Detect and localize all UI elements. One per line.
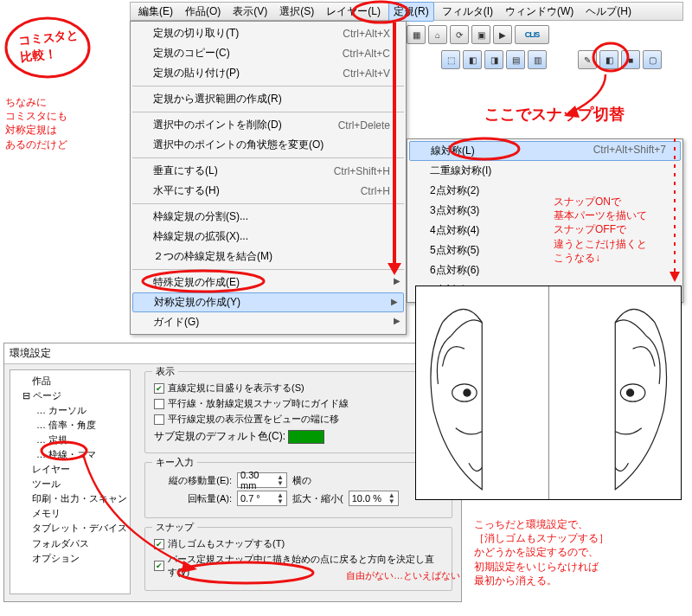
menu-item[interactable]: 水平にする(H)Ctrl+H bbox=[131, 181, 406, 201]
menu-item[interactable]: 選択中のポイントを削除(D)Ctrl+Delete bbox=[131, 115, 406, 135]
note-bottom-right: こっちだと環境設定で、 ［消しゴムもスナップする］ かどうかを設定するので、 初… bbox=[474, 517, 609, 587]
legend-snap: スナップ bbox=[152, 521, 197, 534]
menu-item[interactable]: 選択中のポイントの角状態を変更(O) bbox=[131, 135, 406, 155]
menu-item[interactable]: 定規のコピー(C)Ctrl+Alt+C bbox=[131, 43, 406, 63]
menu-item[interactable]: 定規の貼り付け(P)Ctrl+Alt+V bbox=[131, 63, 406, 83]
menu-view[interactable]: 表示(V) bbox=[228, 3, 272, 21]
menu-item[interactable]: ２つの枠線定規を結合(M) bbox=[131, 247, 406, 266]
input-scale[interactable]: 10.0 %▲▼ bbox=[349, 491, 399, 506]
tree-node[interactable]: レイヤー bbox=[12, 462, 128, 477]
lbl-scale: 拡大・縮小( bbox=[292, 492, 343, 505]
tree-node[interactable]: … 倍率・角度 bbox=[12, 418, 128, 433]
tree-node[interactable]: … 枠線・コマ bbox=[12, 447, 128, 462]
tree-node[interactable]: ツール bbox=[12, 477, 128, 491]
menu-item[interactable]: 定規の切り取り(T)Ctrl+Alt+X bbox=[131, 23, 406, 43]
tool-icon[interactable]: ⌂ bbox=[428, 25, 447, 44]
tool-icon[interactable]: ▤ bbox=[506, 50, 525, 69]
menu-item[interactable]: 特殊定規の作成(E)▶ bbox=[131, 273, 406, 292]
tree-node[interactable]: ⊟ ページ bbox=[12, 388, 128, 403]
tool-icon[interactable]: ▣ bbox=[471, 25, 490, 44]
submenu-item[interactable]: 二重線対称(I) bbox=[407, 161, 682, 181]
tool-icon[interactable]: ▶ bbox=[493, 25, 512, 44]
note-snap-toggle: ここでスナップ切替 bbox=[484, 104, 625, 125]
tree-node[interactable]: タブレット・デバイス bbox=[12, 521, 128, 536]
group-key: キー入力 縦の移動量(E): 0.30 mm▲▼ 横の 回転量(A): 0.7 … bbox=[144, 462, 452, 518]
tool-icon[interactable]: ▢ bbox=[643, 50, 662, 69]
preferences-dialog: 環境設定 作品⊟ ページ… カーソル… 倍率・角度… 定規… 枠線・コマ レイヤ… bbox=[3, 343, 462, 602]
tool-icon[interactable]: ⟳ bbox=[450, 25, 469, 44]
note-freedom: 自由がない…といえばない bbox=[346, 569, 460, 582]
lbl-move-v: 縦の移動量(E): bbox=[154, 474, 232, 487]
tool-icon[interactable]: ⬚ bbox=[441, 50, 460, 69]
menu-work[interactable]: 作品(O) bbox=[181, 3, 225, 21]
note-bubble: コミスタと 比較！ bbox=[17, 26, 81, 65]
group-display: 表示 ✔直線定規に目盛りを表示する(S) 平行線・放射線定規スナップ時にガイド線… bbox=[144, 371, 452, 453]
menu-item[interactable]: ガイド(G)▶ bbox=[131, 312, 406, 332]
menu-filter[interactable]: フィルタ(I) bbox=[438, 3, 497, 21]
menu-edit[interactable]: 編集(E) bbox=[134, 3, 177, 21]
legend-key: キー入力 bbox=[152, 456, 197, 469]
lbl-move-h: 横の bbox=[292, 474, 311, 487]
lbl-rotate: 回転量(A): bbox=[154, 492, 232, 505]
symmetry-illustration bbox=[415, 286, 682, 500]
tool-clis[interactable]: CLIS bbox=[515, 25, 549, 44]
menu-item[interactable]: 垂直にする(L)Ctrl+Shift+H bbox=[131, 161, 406, 181]
menu-window[interactable]: ウィンドウ(W) bbox=[501, 3, 578, 21]
legend-display: 表示 bbox=[152, 365, 178, 378]
note-right: スナップONで 基本パーツを描いて スナップOFFで 違うとこだけ描くと こうな… bbox=[554, 195, 647, 265]
menu-help[interactable]: ヘルプ(H) bbox=[581, 3, 636, 21]
sub-color-label: サブ定規のデフォルト色(C): bbox=[154, 430, 285, 442]
tree-node[interactable]: … 定規 bbox=[12, 433, 128, 447]
tool-icon[interactable]: ▥ bbox=[528, 50, 547, 69]
tree-node[interactable]: 作品 bbox=[12, 374, 128, 388]
submenu-item[interactable]: 線対称(L)Ctrl+Alt+Shift+7 bbox=[409, 141, 681, 161]
chk-eraser-snap[interactable]: ✔消しゴムもスナップする(T) bbox=[154, 537, 443, 550]
tool-icon[interactable]: ◧ bbox=[599, 50, 618, 69]
menu-layer[interactable]: レイヤー(L) bbox=[322, 3, 385, 21]
menu-item[interactable]: 枠線定規の拡張(X)... bbox=[131, 227, 406, 247]
menu-item[interactable]: 対称定規の作成(Y)▶ bbox=[132, 292, 404, 312]
menu-select[interactable]: 選択(S) bbox=[275, 3, 318, 21]
menubar: 編集(E) 作品(O) 表示(V) 選択(S) レイヤー(L) 定規(R) フィ… bbox=[130, 2, 683, 21]
ruler-menu-dropdown: 定規の切り取り(T)Ctrl+Alt+X定規のコピー(C)Ctrl+Alt+C定… bbox=[130, 21, 407, 335]
tree-node[interactable]: 印刷・出力・スキャン bbox=[12, 491, 128, 506]
chk-edge-pos[interactable]: 平行線定規の表示位置をビューの端に移 bbox=[154, 413, 443, 426]
menu-ruler[interactable]: 定規(R) bbox=[388, 2, 434, 22]
toolbar-second: ⬚ ◧ ◨ ▤ ▥ ✎ ◧ ■ ▢ bbox=[441, 48, 683, 72]
tool-icon[interactable]: ◨ bbox=[484, 50, 503, 69]
tool-icon[interactable]: ■ bbox=[621, 50, 640, 69]
tree-node[interactable]: メモリ bbox=[12, 506, 128, 521]
input-rotate[interactable]: 0.7 °▲▼ bbox=[237, 491, 287, 506]
chk-show-scale[interactable]: ✔直線定規に目盛りを表示する(S) bbox=[154, 382, 443, 395]
note-left: ちなみに コミスタにも 対称定規は あるのだけど bbox=[5, 95, 67, 151]
tool-icon[interactable]: ◧ bbox=[463, 50, 482, 69]
prefs-tree[interactable]: 作品⊟ ページ… カーソル… 倍率・角度… 定規… 枠線・コマ レイヤー ツール… bbox=[10, 369, 131, 594]
menu-item[interactable]: 定規から選択範囲の作成(R) bbox=[131, 89, 406, 109]
svg-point-1 bbox=[464, 389, 471, 396]
input-move-v[interactable]: 0.30 mm▲▼ bbox=[237, 472, 287, 488]
svg-point-3 bbox=[626, 389, 633, 396]
chk-guide-line[interactable]: 平行線・放射線定規スナップ時にガイド線 bbox=[154, 397, 443, 410]
snap-toggle-icon[interactable]: ✎ bbox=[578, 50, 597, 69]
tree-node[interactable]: … カーソル bbox=[12, 403, 128, 418]
tree-node[interactable]: オプション bbox=[12, 551, 128, 566]
tree-node[interactable]: フォルダパス bbox=[12, 536, 128, 551]
prefs-title: 環境設定 bbox=[4, 343, 461, 364]
menu-item[interactable]: 枠線定規の分割(S)... bbox=[131, 207, 406, 227]
sub-color-swatch[interactable] bbox=[288, 430, 324, 444]
tool-icon[interactable]: ▦ bbox=[407, 25, 426, 44]
prefs-form: 表示 ✔直線定規に目盛りを表示する(S) 平行線・放射線定規スナップ時にガイド線… bbox=[136, 364, 461, 600]
toolbar-top: ▦ ⌂ ⟳ ▣ ▶ CLIS bbox=[407, 22, 683, 47]
